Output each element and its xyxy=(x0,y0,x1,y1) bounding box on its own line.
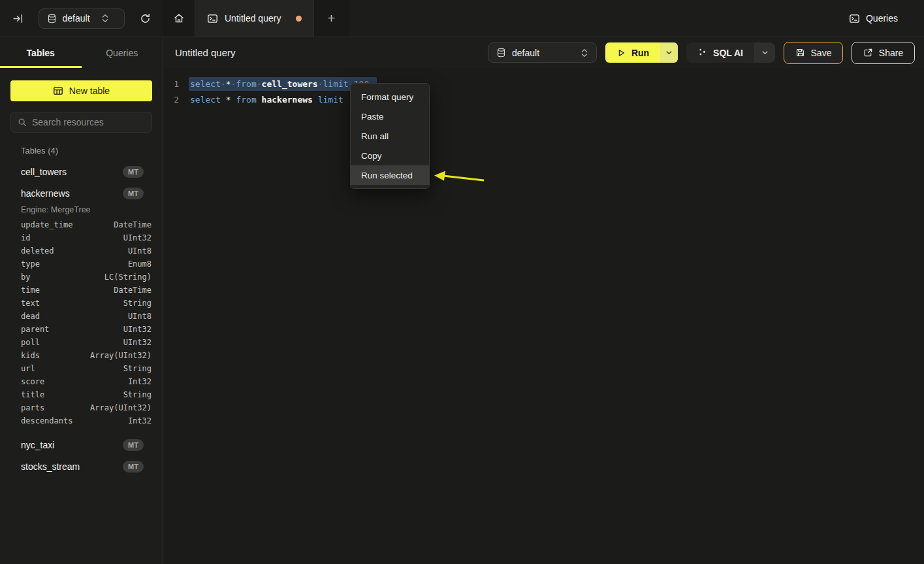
home-button[interactable] xyxy=(163,0,195,37)
column-type: DateTime xyxy=(114,220,151,229)
database-icon xyxy=(496,48,506,58)
code-text: select * from hackernews limit xyxy=(189,93,351,107)
tab-queries[interactable]: Queries xyxy=(82,37,163,68)
column-type: UInt32 xyxy=(123,325,151,334)
column-row: idUInt32 xyxy=(0,231,163,244)
column-type: Array(UInt32) xyxy=(90,351,151,360)
query-toolbar: Untitled query default xyxy=(163,37,924,68)
database-selector-topbar[interactable]: default xyxy=(39,8,125,29)
home-icon xyxy=(173,12,185,24)
new-table-button[interactable]: New table xyxy=(10,80,152,101)
arrow-to-bar-icon xyxy=(12,13,24,24)
engine-badge: MT xyxy=(123,166,144,178)
save-label: Save xyxy=(811,48,832,58)
database-selector-value: default xyxy=(63,13,90,24)
engine-badge: MT xyxy=(123,461,144,473)
table-columns: update_timeDateTimeidUInt32deletedUInt8t… xyxy=(0,218,163,434)
queries-button-topbar[interactable]: Queries xyxy=(849,0,898,37)
save-button[interactable]: Save xyxy=(784,42,843,64)
column-name: update_time xyxy=(21,220,72,229)
column-type: LC(String) xyxy=(104,273,151,282)
column-type: UInt8 xyxy=(128,246,151,256)
table-engine-label: Engine: MergeTree xyxy=(0,204,163,218)
column-name: time xyxy=(21,286,40,295)
column-name: parent xyxy=(21,325,49,334)
new-table-label: New table xyxy=(69,86,110,96)
sidebar-tabs: Tables Queries xyxy=(0,37,163,68)
annotation-arrow xyxy=(433,169,486,186)
chevron-down-icon xyxy=(665,49,673,56)
column-name: descendants xyxy=(21,416,72,425)
column-name: title xyxy=(21,390,44,399)
table-row[interactable]: nyc_taxiMT xyxy=(0,434,163,456)
menu-item-run-all[interactable]: Run all xyxy=(351,126,429,146)
refresh-icon xyxy=(140,13,151,24)
editor-lines: 1select·*·from·cell_towers·limit·100·2se… xyxy=(163,76,924,107)
column-row: deletedUInt8 xyxy=(0,244,163,257)
sidebar: Tables Queries New table Tabl xyxy=(0,37,163,564)
column-row: pollUInt32 xyxy=(0,336,163,349)
column-type: Int32 xyxy=(128,377,151,386)
search-input[interactable] xyxy=(32,117,150,127)
tab-label: Untitled query xyxy=(225,13,281,24)
sparkles-icon xyxy=(697,48,707,58)
refresh-button[interactable] xyxy=(137,10,153,26)
column-type: String xyxy=(123,390,151,399)
column-row: typeEnum8 xyxy=(0,257,163,271)
sql-ai-button[interactable]: SQL AI xyxy=(686,42,754,63)
chevron-updown-icon xyxy=(581,48,588,58)
sql-ai-label: SQL AI xyxy=(713,48,743,58)
column-type: Array(UInt32) xyxy=(90,403,151,412)
search-icon xyxy=(18,118,27,127)
run-label: Run xyxy=(631,48,649,58)
tab-untitled-query[interactable]: Untitled query xyxy=(195,0,314,37)
menu-item-copy[interactable]: Copy xyxy=(351,146,429,165)
new-tab-button[interactable]: + xyxy=(314,0,349,37)
collapse-sidebar-button[interactable] xyxy=(10,10,26,26)
table-row[interactable]: hackernewsMT xyxy=(0,182,163,204)
column-name: by xyxy=(21,273,30,282)
run-options-button[interactable] xyxy=(660,42,678,63)
code-line[interactable]: 1select·*·from·cell_towers·limit·100· xyxy=(163,76,924,91)
column-name: parts xyxy=(21,403,44,412)
column-row: timeDateTime xyxy=(0,284,163,297)
tab-tables-label: Tables xyxy=(27,48,55,58)
column-name: dead xyxy=(21,312,40,321)
table-name: cell_towers xyxy=(21,167,123,177)
column-type: DateTime xyxy=(114,286,151,295)
tab-tables[interactable]: Tables xyxy=(0,37,82,68)
column-row: parentUInt32 xyxy=(0,323,163,336)
column-name: text xyxy=(21,299,40,308)
sql-ai-options-button[interactable] xyxy=(754,42,775,63)
context-menu: Format queryPasteRun allCopyRun selected xyxy=(350,83,430,189)
table-name: stocks_stream xyxy=(21,461,123,472)
line-number: 1 xyxy=(163,79,179,89)
sql-ai-button-group: SQL AI xyxy=(686,42,775,63)
run-button[interactable]: Run xyxy=(605,42,660,63)
column-type: String xyxy=(123,364,151,373)
menu-item-run-selected[interactable]: Run selected xyxy=(351,165,429,185)
external-link-icon xyxy=(863,48,873,58)
tables-section-label: Tables (4) xyxy=(21,146,163,156)
play-icon xyxy=(616,48,626,58)
column-row: urlString xyxy=(0,362,163,375)
menu-item-format-query[interactable]: Format query xyxy=(351,87,429,107)
database-selector-toolbar[interactable]: default xyxy=(488,42,597,63)
column-row: update_timeDateTime xyxy=(0,218,163,231)
database-icon xyxy=(47,14,57,24)
table-grid-icon xyxy=(53,86,63,96)
share-button[interactable]: Share xyxy=(852,42,915,64)
column-type: Enum8 xyxy=(128,259,151,269)
tab-strip: Untitled query + xyxy=(163,0,349,37)
app-window: default xyxy=(0,0,924,564)
table-row[interactable]: stocks_streamMT xyxy=(0,456,163,477)
sql-editor[interactable]: 1select·*·from·cell_towers·limit·100·2se… xyxy=(163,68,924,564)
menu-item-paste[interactable]: Paste xyxy=(351,107,429,126)
table-row[interactable]: cell_towersMT xyxy=(0,161,163,182)
code-line[interactable]: 2select * from hackernews limit xyxy=(163,91,924,107)
column-row: descendantsInt32 xyxy=(0,414,163,427)
column-row: textString xyxy=(0,297,163,310)
search-box[interactable] xyxy=(10,112,152,133)
selected-code: select·*·from·cell_towers·limit·100· xyxy=(189,77,377,91)
share-label: Share xyxy=(879,48,903,58)
